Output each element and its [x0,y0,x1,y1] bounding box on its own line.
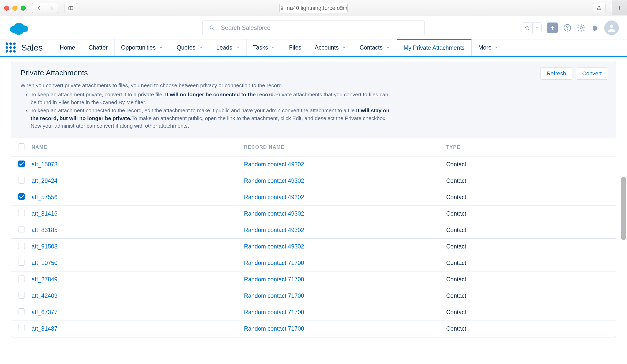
attachment-link[interactable]: att_15078 [32,161,57,168]
chevron-down-icon [159,45,163,50]
nav-item-accounts[interactable]: Accounts [308,39,353,56]
row-checkbox[interactable] [18,193,25,200]
user-avatar[interactable] [604,20,619,35]
nav-item-leads[interactable]: Leads [210,39,247,56]
attachment-link[interactable]: att_42409 [32,292,57,299]
new-tab-button[interactable]: + [612,0,627,15]
chevron-down-icon [235,45,240,50]
attachments-table: NAME RECORD NAME TYPE att_15078Random co… [11,138,616,337]
attachment-link[interactable]: att_67377 [32,309,57,315]
nav-item-label: Tasks [253,44,268,51]
nav-item-quotes[interactable]: Quotes [170,39,210,56]
col-header-record[interactable]: RECORD NAME [239,138,441,156]
app-name: Sales [21,43,43,53]
row-checkbox[interactable] [18,308,25,315]
table-row: att_15078Random contact 49302Contact [11,156,616,173]
nav-item-label: Quotes [177,44,195,51]
maximize-window-icon[interactable] [21,6,26,11]
col-header-type[interactable]: TYPE [441,138,616,156]
global-search-input[interactable] [221,24,418,31]
global-search[interactable] [202,20,425,35]
attachment-link[interactable]: att_81416 [32,210,57,217]
convert-button[interactable]: Convert [576,67,608,80]
global-actions-button[interactable]: + [547,22,558,33]
svg-rect-2 [281,8,283,10]
refresh-button[interactable]: Refresh [540,67,572,80]
attachment-link[interactable]: att_81487 [32,325,57,332]
record-link[interactable]: Random contact 71700 [244,260,304,266]
close-window-icon[interactable] [4,6,9,11]
nav-forward-button[interactable] [45,3,58,13]
nav-item-label: Contacts [360,44,383,51]
table-row: att_27849Random contact 71700Contact [11,271,616,288]
share-icon [596,5,602,11]
svg-rect-0 [69,6,73,10]
record-link[interactable]: Random contact 49302 [244,227,304,233]
record-link[interactable]: Random contact 71700 [244,309,304,315]
row-checkbox[interactable] [18,292,25,299]
table-row: att_67377Random contact 71700Contact [11,304,616,321]
window-traffic-lights[interactable] [4,6,26,11]
chevron-left-icon [36,5,41,11]
notifications-button[interactable] [591,24,599,32]
nav-more[interactable]: More [472,39,505,56]
attachment-link[interactable]: att_83185 [32,227,57,233]
nav-item-contacts[interactable]: Contacts [353,39,397,56]
reload-button[interactable] [338,5,344,11]
record-link[interactable]: Random contact 49302 [244,210,304,217]
nav-item-files[interactable]: Files [282,39,308,56]
caret-down-icon [494,45,499,50]
svg-point-12 [580,27,582,29]
person-icon [607,23,617,33]
row-checkbox[interactable] [18,243,25,249]
record-link[interactable]: Random contact 71700 [244,292,304,299]
row-checkbox[interactable] [18,325,25,331]
attachment-link[interactable]: att_57556 [32,194,57,200]
search-icon [209,25,215,31]
nav-item-label: Opportunities [121,44,156,51]
row-checkbox[interactable] [18,177,25,184]
select-all-checkbox[interactable] [18,143,25,150]
record-link[interactable]: Random contact 49302 [244,177,304,184]
nav-item-my-private-attachments[interactable]: My Private Attachments [397,39,472,56]
help-button[interactable] [563,24,571,32]
favorites-button[interactable] [522,22,542,33]
record-link[interactable]: Random contact 71700 [244,276,304,283]
table-row: att_91508Random contact 49302Contact [11,238,616,255]
type-cell: Contact [441,321,616,337]
app-launcher-button[interactable] [6,42,16,53]
svg-point-11 [567,29,568,30]
setup-button[interactable] [577,24,586,32]
nav-back-button[interactable] [32,3,45,13]
nav-item-opportunities[interactable]: Opportunities [114,39,170,56]
nav-item-chatter[interactable]: Chatter [82,39,114,56]
address-bar[interactable]: na40.lightning.force.com [279,3,348,13]
star-icon [524,25,530,31]
type-cell: Contact [441,304,616,321]
chevron-down-icon [342,45,346,50]
row-checkbox[interactable] [18,259,25,266]
row-checkbox[interactable] [18,276,25,282]
record-link[interactable]: Random contact 71700 [244,325,304,332]
row-checkbox[interactable] [18,161,25,167]
type-cell: Contact [441,156,616,173]
col-header-name[interactable]: NAME [32,138,239,156]
attachment-link[interactable]: att_29424 [32,177,57,184]
type-cell: Contact [441,288,616,304]
attachment-link[interactable]: att_10750 [32,260,57,266]
record-link[interactable]: Random contact 49302 [244,194,304,200]
type-cell: Contact [441,173,616,189]
row-checkbox[interactable] [18,226,25,233]
row-checkbox[interactable] [18,210,25,216]
scrollbar-thumb[interactable] [621,177,626,240]
record-link[interactable]: Random contact 49302 [244,243,304,250]
minimize-window-icon[interactable] [12,6,17,11]
sidebar-toggle-button[interactable] [64,3,77,13]
nav-item-tasks[interactable]: Tasks [247,39,282,56]
svg-line-9 [213,29,214,30]
record-link[interactable]: Random contact 49302 [244,161,304,168]
attachment-link[interactable]: att_91508 [32,243,57,250]
nav-item-home[interactable]: Home [53,39,82,56]
share-button[interactable] [593,3,606,13]
attachment-link[interactable]: att_27849 [32,276,57,283]
